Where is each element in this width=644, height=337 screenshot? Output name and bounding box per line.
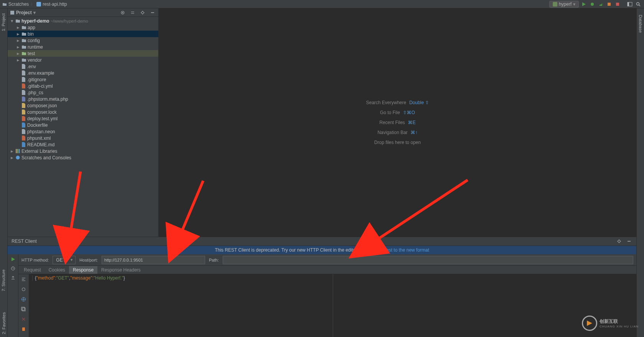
svg-rect-22 bbox=[22, 327, 25, 331]
project-panel-title[interactable]: Project bbox=[16, 10, 32, 15]
tab-response[interactable]: Response bbox=[69, 266, 97, 274]
tab-request[interactable]: Request bbox=[20, 266, 45, 274]
tree-file[interactable]: phpstan.neon bbox=[8, 128, 158, 135]
svg-point-10 bbox=[122, 12, 123, 13]
http-method-select[interactable]: GET bbox=[53, 256, 76, 264]
sidebar-tab-database[interactable]: Database bbox=[638, 15, 643, 33]
host-port-input[interactable] bbox=[102, 256, 205, 264]
top-toolbar-right: hyperf ▾ bbox=[549, 1, 642, 8]
http-method-label: HTTP method: bbox=[21, 258, 49, 262]
tree-label: app bbox=[28, 25, 35, 30]
tree-label: config bbox=[28, 38, 40, 43]
tree-label: test bbox=[28, 51, 35, 56]
svg-rect-3 bbox=[608, 3, 611, 6]
tree-dir-bin[interactable]: ▸bin bbox=[8, 31, 158, 37]
tab-response-headers[interactable]: Response Headers bbox=[97, 266, 145, 274]
save-response-icon[interactable] bbox=[20, 316, 27, 322]
tree-dir-vendor[interactable]: ▸vendor bbox=[8, 57, 158, 63]
run-request-icon[interactable] bbox=[10, 256, 16, 263]
copy-icon[interactable] bbox=[20, 306, 27, 312]
collapse-all-icon[interactable] bbox=[129, 9, 136, 16]
hint-goto-file: Go to File bbox=[380, 110, 400, 115]
run-icon[interactable] bbox=[580, 1, 587, 8]
tree-scratches[interactable]: ▸Scratches and Consoles bbox=[8, 154, 158, 161]
pin-icon[interactable] bbox=[20, 326, 27, 332]
json-value: "Hello Hyperf." bbox=[94, 275, 123, 281]
tree-file[interactable]: phpunit.xml bbox=[8, 135, 158, 141]
path-input[interactable] bbox=[223, 256, 633, 264]
hint-nav-bar: Navigation Bar bbox=[378, 130, 408, 135]
tree-file[interactable]: .php_cs bbox=[8, 89, 158, 96]
tree-file[interactable]: README.md bbox=[8, 141, 158, 148]
sidebar-tab-structure[interactable]: 7: Structure bbox=[2, 270, 6, 291]
attach-profiler-icon[interactable] bbox=[606, 1, 613, 8]
gear-icon[interactable] bbox=[616, 238, 623, 245]
project-tree[interactable]: ▾ hyperf-demo ~/www/hyperf-demo ▸app ▸bi… bbox=[8, 17, 158, 237]
export-icon[interactable] bbox=[10, 274, 16, 281]
stop-icon[interactable] bbox=[614, 1, 621, 8]
tree-root[interactable]: ▾ hyperf-demo ~/www/hyperf-demo bbox=[8, 18, 158, 24]
tree-file[interactable]: composer.json bbox=[8, 102, 158, 109]
shortcut: ⌘↑ bbox=[411, 130, 417, 135]
tree-file[interactable]: .env bbox=[8, 63, 158, 70]
history-icon[interactable] bbox=[10, 265, 16, 272]
tree-dir-runtime[interactable]: ▸runtime bbox=[8, 44, 158, 50]
tree-label: phpunit.xml bbox=[27, 136, 51, 141]
tree-dir-config[interactable]: ▸config bbox=[8, 37, 158, 44]
tab-cookies[interactable]: Cookies bbox=[45, 266, 69, 274]
tree-file[interactable]: .gitlab-ci.yml bbox=[8, 83, 158, 89]
tree-label: Scratches and Consoles bbox=[21, 155, 71, 160]
debug-icon[interactable] bbox=[589, 1, 596, 8]
tree-label: bin bbox=[28, 31, 34, 37]
layout-icon[interactable] bbox=[626, 1, 633, 8]
breadcrumb-file[interactable]: rest-api.http bbox=[43, 2, 67, 7]
tree-label: .gitlab-ci.yml bbox=[27, 83, 53, 89]
yaml-file-icon bbox=[21, 116, 26, 121]
rest-client-title: REST Client bbox=[12, 239, 37, 244]
breadcrumb[interactable]: Scratches 〉 rest-api.http bbox=[2, 1, 67, 7]
open-browser-icon[interactable] bbox=[20, 296, 27, 303]
path-label: Path: bbox=[209, 258, 219, 262]
sidebar-tab-favorites[interactable]: 2: Favorites bbox=[2, 312, 6, 334]
svg-rect-21 bbox=[21, 307, 25, 310]
gear-icon[interactable] bbox=[139, 9, 146, 16]
tree-external-libraries[interactable]: ▸External Libraries bbox=[8, 148, 158, 154]
tree-root-name: hyperf-demo bbox=[21, 18, 49, 24]
run-configuration-select[interactable]: hyperf ▾ bbox=[549, 1, 579, 8]
search-everywhere-icon[interactable] bbox=[635, 1, 642, 8]
scratches-icon bbox=[15, 155, 20, 160]
tree-file[interactable]: deploy.test.yml bbox=[8, 115, 158, 122]
svg-rect-13 bbox=[17, 149, 18, 153]
tree-dir-test[interactable]: ▸test bbox=[8, 50, 158, 57]
tree-file[interactable]: .gitignore bbox=[8, 76, 158, 83]
tree-file[interactable]: Dockerfile bbox=[8, 122, 158, 128]
rest-client-tool-window: REST Client This REST Client is deprecat… bbox=[8, 237, 636, 337]
tree-file[interactable]: .phpstorm.meta.php bbox=[8, 96, 158, 102]
rest-tabs: Request Cookies Response Response Header… bbox=[18, 266, 636, 274]
hide-icon[interactable] bbox=[626, 238, 632, 245]
json-key: "message" bbox=[70, 275, 92, 281]
svg-point-11 bbox=[141, 11, 144, 14]
tree-label: deploy.test.yml bbox=[27, 116, 58, 121]
json-key: "method" bbox=[36, 275, 55, 281]
hide-icon[interactable] bbox=[149, 9, 156, 16]
svg-rect-1 bbox=[553, 2, 557, 7]
hint-drop-files: Drop files here to open bbox=[374, 140, 421, 145]
response-body[interactable]: {"method":"GET","message":"Hello Hyperf.… bbox=[29, 274, 636, 337]
chevron-down-icon[interactable]: ▾ bbox=[33, 10, 36, 15]
tree-file[interactable]: .env.example bbox=[8, 70, 158, 76]
select-opened-file-icon[interactable] bbox=[119, 9, 126, 16]
tree-dir-app[interactable]: ▸app bbox=[8, 24, 158, 31]
svg-point-2 bbox=[591, 3, 594, 6]
sidebar-tab-project[interactable]: 1: Project bbox=[2, 13, 6, 31]
editor-empty-state[interactable]: Search EverywhereDouble ⇧ Go to File⇧⌘O … bbox=[159, 8, 636, 237]
folder-icon bbox=[21, 44, 26, 50]
tree-label: composer.json bbox=[27, 103, 57, 108]
coverage-icon[interactable] bbox=[597, 1, 604, 8]
tree-file[interactable]: composer.lock bbox=[8, 109, 158, 115]
convert-request-link[interactable]: Convert request to the new format bbox=[360, 247, 429, 253]
breadcrumb-folder[interactable]: Scratches bbox=[8, 2, 29, 7]
left-tool-gutter: 1: Project 7: Structure 2: Favorites bbox=[0, 8, 8, 337]
reformat-icon[interactable] bbox=[20, 276, 27, 283]
view-raw-icon[interactable] bbox=[20, 286, 27, 293]
